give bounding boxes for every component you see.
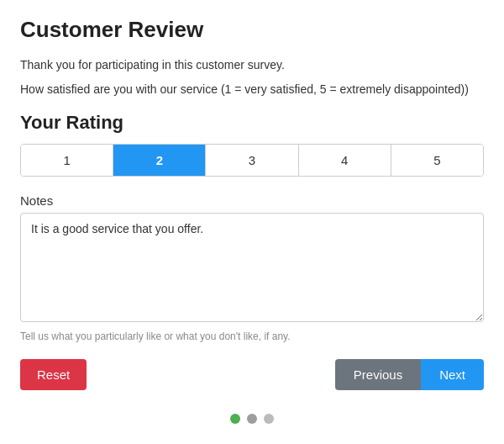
pagination-dots (20, 414, 484, 424)
nav-buttons: Previous Next (335, 359, 484, 390)
rating-btn-2[interactable]: 2 (113, 145, 206, 176)
intro-line1: Thank you for participating in this cust… (20, 56, 484, 74)
rating-btn-5[interactable]: 5 (391, 145, 483, 176)
notes-hint: Tell us what you particularly like or wh… (20, 330, 484, 342)
notes-section: Notes (20, 193, 484, 325)
notes-textarea[interactable] (20, 213, 484, 322)
intro-line2: How satisfied are you with our service (… (20, 81, 484, 98)
notes-label: Notes (20, 193, 484, 208)
previous-button[interactable]: Previous (335, 359, 421, 390)
page-title: Customer Review (20, 17, 484, 43)
dot-1 (230, 414, 240, 424)
dot-3 (264, 414, 274, 424)
reset-button[interactable]: Reset (20, 359, 87, 390)
rating-section-label: Your Rating (20, 112, 484, 134)
rating-btn-1[interactable]: 1 (21, 145, 113, 176)
rating-btn-4[interactable]: 4 (299, 145, 391, 176)
next-button[interactable]: Next (421, 359, 484, 390)
footer-row: Reset Previous Next (20, 359, 484, 390)
dot-2 (247, 414, 257, 424)
rating-group: 1 2 3 4 5 (20, 144, 484, 177)
rating-btn-3[interactable]: 3 (206, 145, 298, 176)
